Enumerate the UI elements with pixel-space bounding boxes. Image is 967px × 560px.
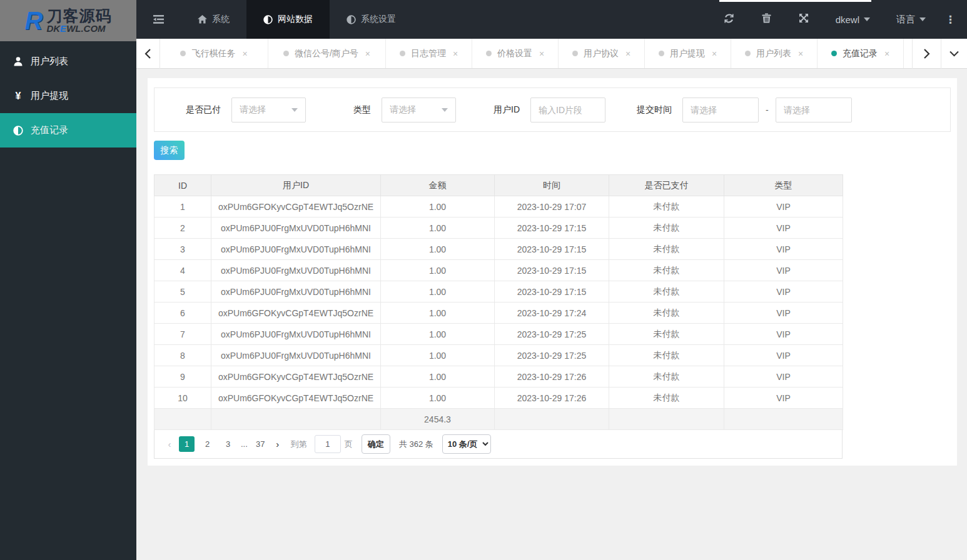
- more-options-button[interactable]: ⋮: [939, 13, 962, 26]
- cell-userid: oxPUm6PJU0FrgMxUVD0TupH6hMNI: [211, 324, 381, 345]
- tab-dot-icon: [486, 51, 492, 56]
- cell-userid: oxPUm6PJU0FrgMxUVD0TupH6hMNI: [211, 345, 381, 366]
- home-icon: [198, 15, 207, 24]
- page-ellipsis: ...: [241, 439, 248, 449]
- menu-site-data[interactable]: 网站数据: [246, 0, 330, 39]
- close-icon[interactable]: ×: [539, 49, 544, 59]
- sidebar-toggle-button[interactable]: [136, 0, 181, 39]
- table-row: 6 oxPUm6GFOKyvCGpT4EWTJq5OzrNE 1.00 2023…: [154, 302, 843, 324]
- yen-icon: ¥: [13, 91, 24, 102]
- col-type: 类型: [724, 175, 843, 196]
- navbar-right-controls: dkewl 语言 ⋮: [710, 0, 962, 39]
- col-id: ID: [154, 175, 211, 196]
- cell-type: VIP: [724, 388, 843, 409]
- ellipsis-vertical-icon: ⋮: [945, 14, 956, 26]
- chevron-down-icon: [864, 18, 870, 21]
- cell-paid: 未付款: [609, 260, 724, 281]
- cell-amount: 1.00: [381, 388, 495, 409]
- close-icon[interactable]: ×: [365, 49, 370, 59]
- cell-paid: 未付款: [609, 302, 724, 324]
- tab-price-settings[interactable]: 价格设置 ×: [472, 39, 559, 68]
- refresh-button[interactable]: [710, 0, 748, 39]
- cell-amount: 1.00: [381, 345, 495, 366]
- fullscreen-button[interactable]: [785, 0, 823, 39]
- logo-title: 刀客源码: [46, 8, 111, 24]
- time-to-input[interactable]: [776, 98, 852, 122]
- cell-type: VIP: [724, 260, 843, 281]
- sidebar-item-label: 充值记录: [31, 124, 68, 136]
- menu-settings[interactable]: 系统设置: [330, 0, 413, 39]
- close-icon[interactable]: ×: [453, 49, 458, 59]
- page-button-2[interactable]: 2: [200, 436, 215, 452]
- cell-id: 4: [154, 260, 211, 281]
- userid-input[interactable]: [530, 98, 605, 122]
- sidebar-item-user-withdraw[interactable]: ¥ 用户提现: [0, 79, 136, 113]
- close-icon[interactable]: ×: [242, 49, 247, 59]
- total-amount: 2454.3: [381, 409, 495, 430]
- tabs-scroll-right-button[interactable]: [912, 39, 941, 69]
- close-icon[interactable]: ×: [884, 49, 889, 59]
- tab-user-list[interactable]: 用户列表 ×: [731, 39, 818, 68]
- tab-log-management[interactable]: 日志管理 ×: [386, 39, 472, 68]
- language-menu[interactable]: 语言: [883, 14, 939, 26]
- cell-amount: 1.00: [381, 218, 495, 239]
- sidebar-item-user-list[interactable]: 用户列表: [0, 44, 136, 79]
- sidebar-item-recharge-records[interactable]: 充值记录: [0, 113, 136, 148]
- page-button-3[interactable]: 3: [220, 436, 236, 452]
- tab-dot-icon: [745, 51, 751, 56]
- pagination: ‹ 1 2 3 ... 37 › 到第 页 确定 共 362 条 10 条/页: [154, 430, 843, 459]
- search-button[interactable]: 搜索: [154, 141, 185, 160]
- records-table: ID 用户ID 金额 时间 是否已支付 类型 1 oxPUm6GFOKyvCGp…: [154, 174, 843, 430]
- tab-feixingqi[interactable]: 飞行棋任务 ×: [160, 39, 268, 68]
- type-select[interactable]: 请选择: [382, 98, 456, 122]
- cell-time: 2023-10-29 17:25: [495, 345, 609, 366]
- paid-select-value: 请选择: [240, 104, 266, 116]
- tab-recharge-records[interactable]: 充值记录 ×: [818, 39, 904, 68]
- hamburger-icon: [153, 15, 164, 24]
- filter-userid: 用户ID: [494, 98, 605, 122]
- page-button-37[interactable]: 37: [253, 436, 268, 452]
- top-navbar: 系统 网站数据 系统设置: [0, 0, 967, 39]
- tab-label: 用户列表: [756, 48, 791, 59]
- menu-system-label: 系统: [212, 14, 230, 25]
- clear-cache-button[interactable]: [748, 0, 785, 39]
- table-row: 5 oxPUm6PJU0FrgMxUVD0TupH6hMNI 1.00 2023…: [154, 281, 843, 302]
- cell-paid: 未付款: [609, 281, 724, 302]
- cell-amount: 1.00: [381, 302, 495, 324]
- time-from-input[interactable]: [682, 98, 759, 122]
- cell-paid: 未付款: [609, 366, 724, 388]
- page-button-1[interactable]: 1: [179, 436, 195, 452]
- tab-dot-icon: [659, 51, 664, 56]
- page-size-select[interactable]: 10 条/页: [442, 434, 491, 454]
- adjust-icon: [13, 126, 24, 136]
- tabs-menu-button[interactable]: [941, 39, 967, 69]
- close-icon[interactable]: ×: [625, 49, 630, 59]
- main-content: 是否已付 请选择 类型 请选择 用户ID 提交时间: [136, 69, 967, 560]
- tab-dot-icon: [180, 51, 186, 56]
- cell-time: 2023-10-29 17:25: [495, 324, 609, 345]
- paid-select[interactable]: 请选择: [231, 98, 306, 122]
- table-row: 9 oxPUm6GFOKyvCGpT4EWTJq5OzrNE 1.00 2023…: [154, 366, 843, 388]
- expand-icon: [799, 13, 809, 26]
- table-row: 8 oxPUm6PJU0FrgMxUVD0TupH6hMNI 1.00 2023…: [154, 345, 843, 366]
- cell-userid: oxPUm6GFOKyvCGpT4EWTJq5OzrNE: [211, 366, 381, 388]
- close-icon[interactable]: ×: [798, 49, 803, 59]
- tab-label: 用户提现: [670, 48, 705, 59]
- next-page-button[interactable]: ›: [271, 439, 285, 449]
- goto-page-input[interactable]: [315, 435, 341, 453]
- tabs-scroll-left-button[interactable]: [136, 39, 160, 69]
- menu-settings-label: 系统设置: [361, 14, 396, 25]
- tab-user-agreement[interactable]: 用户协议 ×: [559, 39, 645, 68]
- prev-page-button[interactable]: ‹: [163, 439, 176, 449]
- table-row: 7 oxPUm6PJU0FrgMxUVD0TupH6hMNI 1.00 2023…: [154, 324, 843, 345]
- menu-system[interactable]: 系统: [181, 0, 246, 39]
- tab-user-withdraw[interactable]: 用户提现 ×: [645, 39, 731, 68]
- tab-wechat-account[interactable]: 微信公号/商户号 ×: [268, 39, 386, 68]
- trash-icon: [762, 13, 771, 26]
- chevron-down-icon: [949, 51, 959, 57]
- cell-type: VIP: [724, 366, 843, 388]
- confirm-button[interactable]: 确定: [362, 434, 390, 454]
- cell-id: 9: [154, 366, 211, 388]
- user-menu[interactable]: dkewl: [823, 14, 883, 25]
- close-icon[interactable]: ×: [712, 49, 717, 59]
